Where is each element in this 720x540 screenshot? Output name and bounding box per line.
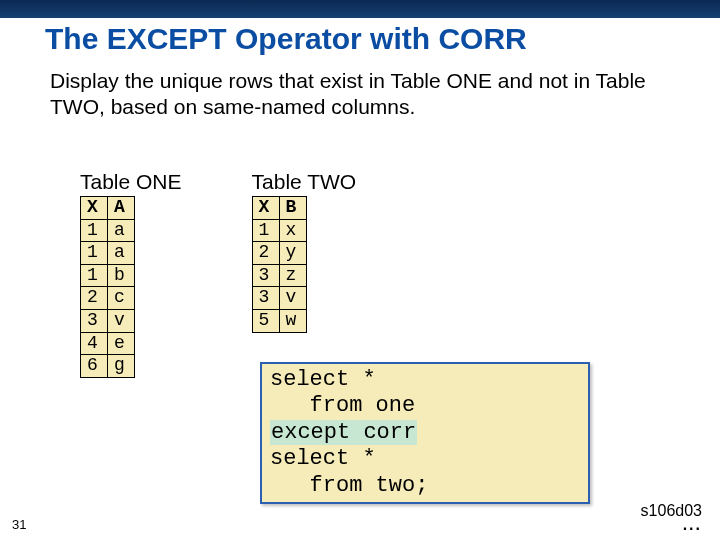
table-one-title: Table ONE: [80, 170, 182, 194]
table-row: X B: [252, 197, 306, 220]
table-row: 1a: [81, 219, 135, 242]
table-row: 1a: [81, 242, 135, 265]
table-cell: a: [108, 242, 135, 265]
code-line: select *: [270, 367, 376, 392]
table-row: 1x: [252, 219, 306, 242]
table-row: 3z: [252, 264, 306, 287]
table-cell: 1: [81, 264, 108, 287]
header-band: [0, 0, 720, 18]
table-cell: v: [108, 309, 135, 332]
code-line: select *: [270, 446, 376, 471]
slide-description: Display the unique rows that exist in Ta…: [50, 68, 670, 121]
table-cell: 3: [252, 264, 279, 287]
table-row: 2y: [252, 242, 306, 265]
table-one-block: Table ONE X A 1a 1a 1b 2c 3v 4e 6g: [80, 170, 182, 378]
table-cell: 2: [81, 287, 108, 310]
table-cell: 2: [252, 242, 279, 265]
table-cell: 5: [252, 309, 279, 332]
table-cell: z: [279, 264, 306, 287]
table-cell: 1: [81, 242, 108, 265]
table-cell: 1: [252, 219, 279, 242]
table-two-title: Table TWO: [252, 170, 357, 194]
slide-title: The EXCEPT Operator with CORR: [45, 22, 527, 56]
table-cell: a: [108, 219, 135, 242]
footer-right: s106d03 ...: [641, 502, 702, 530]
slide-number: 31: [12, 517, 26, 532]
table-row: 4e: [81, 332, 135, 355]
table-cell: v: [279, 287, 306, 310]
table-header-cell: B: [279, 197, 306, 220]
table-header-cell: A: [108, 197, 135, 220]
table-row: X A: [81, 197, 135, 220]
table-cell: w: [279, 309, 306, 332]
table-header-cell: X: [252, 197, 279, 220]
table-cell: 3: [81, 309, 108, 332]
table-row: 6g: [81, 355, 135, 378]
table-row: 1b: [81, 264, 135, 287]
table-one: X A 1a 1a 1b 2c 3v 4e 6g: [80, 196, 135, 378]
code-line: from one: [270, 393, 415, 418]
table-row: 3v: [81, 309, 135, 332]
sql-code-box: select * from one except corr select * f…: [260, 362, 590, 504]
table-cell: y: [279, 242, 306, 265]
table-cell: b: [108, 264, 135, 287]
table-cell: 4: [81, 332, 108, 355]
table-cell: 6: [81, 355, 108, 378]
table-cell: 1: [81, 219, 108, 242]
code-line: from two;: [270, 473, 428, 498]
table-header-cell: X: [81, 197, 108, 220]
footer-dots: ...: [641, 520, 702, 530]
table-cell: c: [108, 287, 135, 310]
table-row: 3v: [252, 287, 306, 310]
table-row: 5w: [252, 309, 306, 332]
table-cell: x: [279, 219, 306, 242]
table-cell: 3: [252, 287, 279, 310]
table-row: 2c: [81, 287, 135, 310]
table-two-block: Table TWO X B 1x 2y 3z 3v 5w: [252, 170, 357, 378]
code-line-highlight: except corr: [270, 420, 417, 445]
table-two: X B 1x 2y 3z 3v 5w: [252, 196, 307, 333]
tables-container: Table ONE X A 1a 1a 1b 2c 3v 4e 6g Table…: [80, 170, 640, 378]
table-cell: g: [108, 355, 135, 378]
table-cell: e: [108, 332, 135, 355]
